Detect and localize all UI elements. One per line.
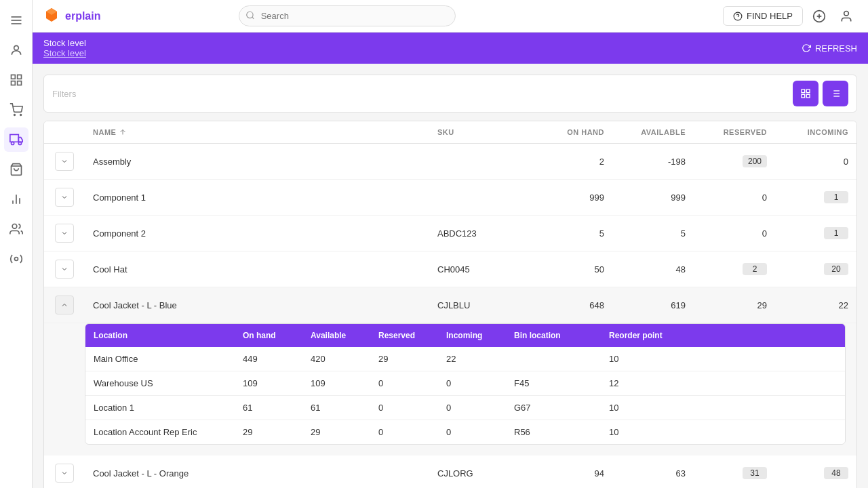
svg-rect-28 [806, 89, 810, 93]
breadcrumb-link[interactable]: Stock level [43, 48, 86, 58]
sidebar-shipping-icon[interactable] [4, 127, 28, 152]
sub-reserved: 0 [370, 378, 438, 388]
row-sku: CH0045 [429, 264, 531, 274]
sub-available: 61 [302, 403, 370, 413]
row-reserved: 0 [694, 228, 775, 239]
sub-th-on-hand: On hand [235, 331, 302, 340]
sub-on-hand: 449 [235, 354, 302, 364]
sidebar-integrations-icon[interactable] [4, 247, 28, 271]
row-incoming: 48 [775, 467, 856, 479]
sidebar [0, 0, 33, 488]
search-input[interactable] [239, 5, 456, 26]
logo-icon [43, 7, 60, 26]
sub-reorder-point: 10 [601, 354, 682, 364]
table-row: Assembly 2 -198 200 0 [44, 144, 856, 180]
row-name: Component 2 [85, 228, 429, 239]
sidebar-contacts-icon[interactable] [4, 38, 28, 62]
sidebar-team-icon[interactable] [4, 217, 28, 241]
sidebar-menu-icon[interactable] [4, 8, 28, 33]
expand-button[interactable] [55, 152, 74, 171]
sidebar-inventory-icon[interactable] [4, 68, 28, 92]
sub-table-row: Warehouse US 109 109 0 0 F45 12 [85, 371, 845, 396]
breadcrumb-bar: Stock level Stock level REFRESH [33, 33, 868, 64]
sub-incoming: 0 [438, 427, 506, 437]
th-name[interactable]: NAME [85, 128, 429, 136]
filters-input[interactable]: Filters [52, 89, 793, 99]
row-incoming: 20 [775, 263, 856, 275]
svg-point-26 [844, 11, 849, 16]
refresh-label: REFRESH [815, 43, 857, 54]
table-row: Cool Jacket - L - Orange CJLORG 94 63 31… [44, 455, 856, 488]
sub-table-container: Location On hand Available Reserved Inco… [44, 323, 856, 455]
row-name: Assembly [85, 157, 429, 167]
th-expand [44, 128, 85, 136]
expand-button[interactable] [55, 296, 74, 314]
search-bar [239, 5, 456, 26]
sub-on-hand: 29 [235, 427, 302, 437]
row-on-hand: 94 [531, 468, 612, 479]
expand-button[interactable] [55, 260, 74, 279]
row-on-hand: 999 [531, 192, 612, 203]
breadcrumb-title: Stock level [43, 38, 86, 48]
svg-rect-5 [17, 75, 21, 79]
table-row: Component 1 999 999 0 1 [44, 180, 856, 216]
table-row-expanded: Cool Jacket - L - Blue CJLBLU 648 619 29… [44, 287, 856, 323]
table-row: Component 2 ABDC123 5 5 0 1 [44, 216, 856, 251]
svg-rect-6 [17, 81, 21, 85]
row-incoming: 22 [775, 300, 856, 310]
sub-location: Main Office [85, 354, 235, 364]
sub-available: 420 [302, 354, 370, 364]
main-content: erplain FIND HELP Stock level Stock leve… [33, 0, 868, 488]
row-name: Cool Jacket - L - Blue [85, 300, 429, 310]
svg-rect-29 [806, 94, 810, 98]
svg-point-18 [14, 258, 18, 261]
row-reserved: 2 [694, 263, 775, 275]
row-available: 999 [612, 192, 694, 203]
row-reserved: 200 [694, 155, 775, 167]
sub-table-row: Main Office 449 420 29 22 10 [85, 347, 845, 371]
user-icon[interactable] [835, 5, 857, 27]
sub-th-incoming: Incoming [438, 331, 506, 340]
sub-incoming: 0 [438, 403, 506, 413]
svg-point-9 [20, 115, 21, 116]
find-help-label: FIND HELP [747, 11, 793, 21]
sub-table-row: Location Account Rep Eric 29 29 0 0 R56 … [85, 420, 845, 444]
logo-text: erplain [65, 10, 100, 22]
svg-point-12 [18, 142, 21, 144]
grid-view-button[interactable] [793, 81, 818, 106]
sub-reserved: 29 [370, 354, 438, 364]
list-view-button[interactable] [823, 81, 848, 106]
expand-button[interactable] [55, 224, 74, 243]
add-icon[interactable] [808, 5, 830, 27]
sub-bin-location: G67 [506, 403, 601, 413]
topnav: erplain FIND HELP [33, 0, 868, 33]
row-on-hand: 648 [531, 300, 612, 310]
sub-th-reserved: Reserved [370, 331, 438, 340]
view-buttons [793, 81, 848, 106]
sub-bin-location: R56 [506, 427, 601, 437]
refresh-button[interactable]: REFRESH [802, 43, 857, 54]
svg-rect-4 [11, 75, 15, 79]
row-sku: ABDC123 [429, 228, 531, 239]
expand-button[interactable] [55, 464, 74, 483]
row-reserved: 31 [694, 467, 775, 479]
sidebar-reports-icon[interactable] [4, 187, 28, 211]
expand-cell [44, 152, 85, 171]
sub-available: 29 [302, 427, 370, 437]
svg-point-3 [14, 45, 18, 50]
expand-button[interactable] [55, 188, 74, 207]
filters-bar: Filters [43, 75, 857, 113]
table-header: NAME SKU ON HAND AVAILABLE RESERVED INCO… [44, 121, 856, 144]
content-area: Filters NAME SKU ON HAND A [33, 64, 868, 488]
sub-th-bin-location: Bin location [506, 331, 601, 340]
sub-location: Location Account Rep Eric [85, 427, 235, 437]
svg-rect-27 [802, 89, 805, 93]
sidebar-orders-icon[interactable] [4, 98, 28, 122]
row-on-hand: 2 [531, 157, 612, 167]
find-help-button[interactable]: FIND HELP [723, 6, 803, 26]
sidebar-purchases-icon[interactable] [4, 157, 28, 182]
row-available: 619 [612, 300, 694, 310]
th-on-hand: ON HAND [531, 128, 612, 136]
nav-right: FIND HELP [723, 5, 857, 27]
sub-th-available: Available [302, 331, 370, 340]
